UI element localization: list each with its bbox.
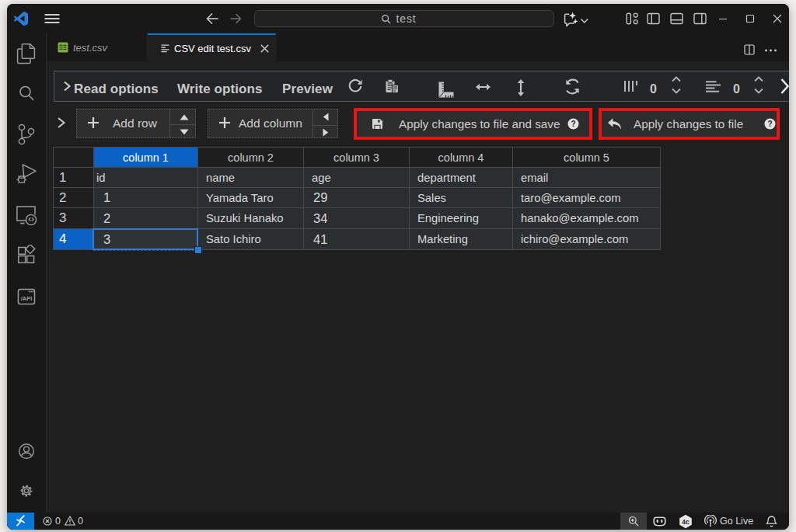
svg-text:?: ? bbox=[571, 120, 575, 128]
svg-text:/API: /API bbox=[21, 295, 33, 302]
svg-text:?: ? bbox=[767, 120, 772, 128]
svg-text:4c: 4c bbox=[682, 518, 690, 526]
